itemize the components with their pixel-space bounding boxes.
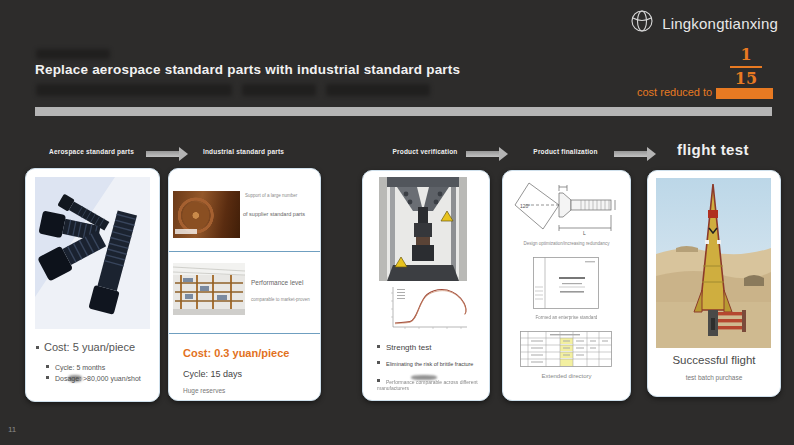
test-machine-photo (379, 177, 467, 281)
globe-icon (630, 9, 654, 37)
cost-fraction: 1 15 (730, 45, 762, 89)
fraction-numerator: 1 (730, 45, 762, 68)
redacted-text (242, 84, 316, 96)
photo-watermark (175, 229, 197, 234)
redacted-text (36, 84, 232, 96)
arrow-right-icon (614, 151, 647, 157)
screw-drawing: 120° L (511, 177, 622, 239)
bolts-photo (35, 177, 150, 329)
scribble-mark (411, 375, 437, 380)
aerospace-cycle: Cycle: 5 months (46, 364, 105, 371)
logo: Lingkongtianxing (630, 9, 778, 37)
verification-bullet-1: Strength test (377, 343, 431, 352)
bullet-icon (377, 379, 380, 382)
redacted-text (326, 84, 430, 96)
warehouse-photo (173, 263, 245, 315)
flow-step-flight-test: flight test (647, 141, 779, 158)
card-product-finalization: 120° L Design optimization/increasing re… (502, 170, 631, 401)
card-industrial-parts: Support of a large number of supplier st… (168, 168, 321, 401)
spec-document-thumbnail (533, 257, 599, 309)
flight-sub: test batch purchase (648, 374, 780, 381)
section-divider (169, 251, 320, 252)
verification-bullet-2: Eliminating the risk of brittle fracture (377, 361, 473, 367)
performance-title: Performance level (251, 279, 315, 286)
industrial-reserves: Huge reserves (183, 387, 225, 394)
stress-strain-chart (381, 283, 471, 335)
bullet-icon (46, 376, 49, 379)
slide: Lingkongtianxing Replace aerospace stand… (0, 0, 794, 445)
finalization-caption-2: Formed an enterprise standard (507, 315, 626, 320)
supplier-text-2: of supplier standard parts (243, 211, 315, 217)
parts-table-thumbnail (520, 331, 612, 367)
finalization-caption-1: Design optimization/increasing redundanc… (507, 241, 626, 246)
verification-bullet-3: Performance comparable across different … (377, 379, 489, 391)
aerospace-dosage: Dosage: >80,000 yuan/shot (46, 375, 141, 382)
scribble-mark (68, 375, 82, 382)
svg-text:L: L (583, 230, 586, 236)
finalization-caption-3: Extended directory (507, 373, 626, 379)
flow-step-finalization: Product finalization (502, 148, 629, 155)
bullet-icon (36, 346, 39, 349)
aerospace-cost: Cost: 5 yuan/piece (36, 341, 156, 353)
page-number: 11 (8, 425, 16, 434)
industrial-cost: Cost: 0.3 yuan/piece (183, 347, 289, 359)
bullet-icon (377, 345, 380, 348)
logo-text: Lingkongtianxing (662, 15, 778, 32)
flow-step-industrial: Industrial standard parts (168, 148, 319, 155)
card-aerospace-parts: Cost: 5 yuan/piece Cycle: 5 months Dosag… (25, 168, 160, 402)
supplier-text-1: Support of a large number (245, 193, 315, 198)
cost-reduced-label: cost reduced to (637, 86, 712, 98)
arrow-right-icon (466, 151, 499, 157)
svg-text:120°: 120° (520, 203, 530, 209)
page-title: Replace aerospace standard parts with in… (35, 62, 460, 77)
card-product-verification: Strength test Eliminating the risk of br… (362, 170, 490, 401)
cost-highlight-bar (716, 88, 773, 99)
card-flight-test: Successful flight test batch purchase (647, 170, 781, 397)
rocket-photo (656, 178, 771, 348)
redacted-text (36, 49, 110, 59)
section-divider (169, 333, 320, 334)
flow-step-aerospace: Aerospace standard parts (25, 148, 158, 155)
industrial-cycle: Cycle: 15 days (183, 369, 242, 379)
performance-sub: comparable to market-proven (251, 297, 315, 302)
bullet-icon (46, 365, 49, 368)
divider-bar (35, 107, 772, 116)
flight-result: Successful flight (648, 354, 780, 366)
fraction-denominator: 15 (730, 68, 762, 89)
bullet-icon (377, 361, 380, 364)
